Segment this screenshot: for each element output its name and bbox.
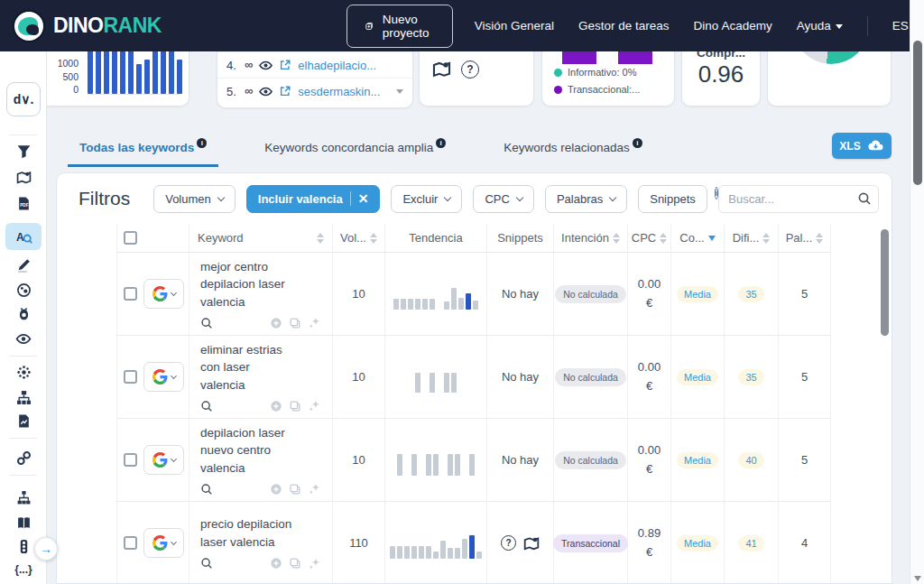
sidebar-book-icon[interactable] xyxy=(16,515,32,531)
search-keyword-icon[interactable] xyxy=(200,400,213,413)
add-icon[interactable] xyxy=(270,400,282,413)
add-icon[interactable] xyxy=(270,317,282,329)
xls-export-button[interactable]: XLS xyxy=(832,133,892,159)
ai-sparkles-icon[interactable] xyxy=(308,399,321,413)
sidebar-expand-button[interactable]: → xyxy=(34,537,58,561)
sidebar-sitemap-icon[interactable] xyxy=(16,390,32,405)
ai-sparkles-icon[interactable] xyxy=(308,557,321,570)
tab-keywords-relacionadas[interactable]: Keywords relacionadasi xyxy=(492,133,654,167)
link-icon[interactable]: ∞ xyxy=(245,87,253,96)
search-keyword-icon[interactable] xyxy=(200,557,213,570)
search-icon[interactable] xyxy=(857,191,872,206)
sidebar-map-icon[interactable] xyxy=(16,170,32,185)
info-icon[interactable]: i xyxy=(436,138,446,148)
serp-domain-link[interactable]: sesdermaskin... xyxy=(298,85,380,98)
sort-icon[interactable] xyxy=(370,233,377,244)
sidebar-keyword-research-active[interactable] xyxy=(5,223,42,250)
row-checkbox[interactable] xyxy=(124,370,137,384)
select-all-checkbox[interactable] xyxy=(124,231,137,245)
cpc-cell: 0.00 € xyxy=(628,253,671,335)
copy-icon[interactable] xyxy=(289,557,301,570)
external-link-icon[interactable] xyxy=(279,85,291,97)
dinorank-logo[interactable]: DINORANK xyxy=(13,10,162,42)
row-checkbox[interactable] xyxy=(124,536,137,550)
sort-icon[interactable] xyxy=(708,236,716,241)
search-keyword-icon[interactable] xyxy=(200,483,213,496)
sidebar-mini-logo[interactable]: d∨. xyxy=(6,82,41,116)
sort-icon[interactable] xyxy=(762,233,770,244)
sort-icon[interactable] xyxy=(613,233,620,244)
info-icon[interactable]: i xyxy=(633,138,642,148)
column-header-Keyword[interactable]: Keyword xyxy=(189,224,333,252)
copy-icon[interactable] xyxy=(289,483,301,496)
bar xyxy=(473,301,478,310)
google-engine-select[interactable] xyxy=(143,279,184,309)
nav-ayuda-menu[interactable]: Ayuda xyxy=(797,19,843,32)
column-header-Pal...[interactable]: Pal... xyxy=(779,224,831,252)
serp-rank: 5. xyxy=(226,85,238,98)
table-scrollbar-thumb[interactable] xyxy=(881,229,889,336)
nav-dino-academy[interactable]: Dino Academy xyxy=(694,19,772,32)
search-keyword-icon[interactable] xyxy=(200,317,213,329)
filter-snippets[interactable]: Snippets xyxy=(638,185,707,213)
info-icon[interactable]: i xyxy=(197,138,207,148)
search-input[interactable] xyxy=(718,185,879,213)
google-engine-select[interactable] xyxy=(143,445,184,475)
filter-incluir-valencia[interactable]: Incluir valencia✕ xyxy=(246,185,381,213)
eye-icon[interactable] xyxy=(259,59,273,72)
sidebar-hub-icon[interactable] xyxy=(16,365,32,380)
sidebar-cannibalization-icon[interactable] xyxy=(16,283,32,298)
row-checkbox[interactable] xyxy=(124,287,137,301)
eye-icon[interactable] xyxy=(259,85,273,98)
nav-gestor-de-tareas[interactable]: Gestor de tareas xyxy=(578,19,670,32)
link-icon[interactable]: ∞ xyxy=(245,60,253,70)
column-header-Intención[interactable]: Intención xyxy=(554,224,628,252)
tab-todas-las-keywords[interactable]: Todas las keywordsi xyxy=(68,133,218,167)
copy-icon[interactable] xyxy=(289,317,301,329)
sort-icon[interactable] xyxy=(816,233,823,244)
column-header-CPC[interactable]: CPC xyxy=(628,224,671,252)
column-header-Snippets[interactable]: Snippets xyxy=(487,224,554,252)
sidebar-braces-icon[interactable]: {...} xyxy=(14,563,32,576)
sort-icon[interactable] xyxy=(660,233,667,244)
sidebar-pdf-icon[interactable] xyxy=(16,196,32,211)
page-scrollbar-thumb[interactable] xyxy=(913,41,922,185)
column-header-Tendencia[interactable]: Tendencia xyxy=(385,224,487,252)
add-icon[interactable] xyxy=(270,557,282,570)
sidebar-report-file-icon[interactable] xyxy=(16,413,32,429)
tab-keywords-concordancia-amplia[interactable]: Keywords concordancia ampliai xyxy=(253,133,457,167)
ai-sparkles-icon[interactable] xyxy=(308,316,321,329)
nav-vision-general[interactable]: Visión General xyxy=(475,19,554,32)
sidebar-filter-icon[interactable] xyxy=(16,144,32,159)
filter-volumen[interactable]: Volumen xyxy=(153,185,236,213)
google-engine-select[interactable] xyxy=(143,528,184,558)
expand-caret-icon[interactable] xyxy=(396,89,403,94)
copy-icon[interactable] xyxy=(289,400,301,413)
filter-cpc[interactable]: CPC xyxy=(473,185,533,213)
serp-domain-link[interactable]: elhadepilacio... xyxy=(298,59,376,72)
google-engine-select[interactable] xyxy=(143,362,184,392)
column-header-Co...[interactable]: Co... xyxy=(671,224,725,252)
column-header-Vol...[interactable]: Vol... xyxy=(333,224,385,252)
sidebar-link-icon[interactable] xyxy=(16,450,32,466)
sidebar-traffic-light-icon[interactable] xyxy=(16,539,32,554)
filter-palabras[interactable]: Palabras xyxy=(545,185,627,213)
sort-icon[interactable] xyxy=(317,233,324,244)
sidebar-eye-icon[interactable] xyxy=(15,331,32,347)
column-header-Difi...[interactable]: Difi... xyxy=(725,224,779,252)
scrollbar-down-arrow[interactable] xyxy=(914,576,921,581)
ai-sparkles-icon[interactable] xyxy=(308,482,321,496)
new-project-button[interactable]: Nuevo proyecto xyxy=(346,5,453,48)
sidebar-tree-icon[interactable] xyxy=(16,490,32,505)
select-all-header[interactable] xyxy=(116,224,189,252)
sidebar-editor-pencil-icon[interactable] xyxy=(16,257,32,273)
remove-filter-icon[interactable]: ✕ xyxy=(358,192,369,205)
page-scrollbar[interactable] xyxy=(910,0,924,584)
google-icon xyxy=(152,286,168,301)
add-icon[interactable] xyxy=(270,483,282,496)
filter-excluir[interactable]: Excluir xyxy=(391,185,462,213)
sidebar-penguin-icon[interactable] xyxy=(16,307,32,322)
row-checkbox[interactable] xyxy=(124,453,137,467)
external-link-icon[interactable] xyxy=(279,59,291,71)
bar xyxy=(469,454,475,476)
